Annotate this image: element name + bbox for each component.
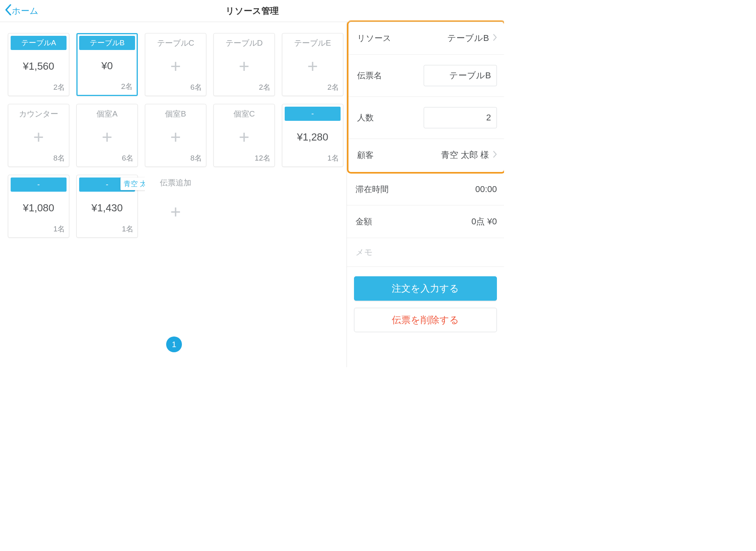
card-label: - xyxy=(285,107,341,121)
resource-card[interactable]: 個室A+6名 xyxy=(76,104,138,167)
memo-placeholder: メモ xyxy=(356,248,373,257)
plus-icon: + xyxy=(239,121,250,153)
card-label: テーブルB xyxy=(79,36,135,50)
page-title: リソース管理 xyxy=(226,5,279,17)
people-row: 人数 xyxy=(348,97,504,139)
card-count: 6名 xyxy=(122,153,137,166)
plus-icon: + xyxy=(33,121,44,153)
resource-card[interactable]: 個室B+8名 xyxy=(145,104,206,167)
card-label: 個室C xyxy=(216,107,272,121)
resource-card[interactable]: テーブルD+2名 xyxy=(213,33,275,96)
card-count: 1名 xyxy=(327,153,343,166)
slipname-input[interactable] xyxy=(424,65,497,86)
resource-label: リソース xyxy=(357,33,391,44)
resource-card[interactable]: テーブルE+2名 xyxy=(282,33,343,96)
resource-card[interactable]: テーブルB¥02名 xyxy=(76,33,138,96)
customer-row[interactable]: 顧客 青空 太郎 様 xyxy=(348,139,504,171)
resource-card[interactable]: テーブルA¥1,5602名 xyxy=(8,33,69,96)
pagination: 1 xyxy=(8,337,340,352)
plus-icon: + xyxy=(102,121,113,153)
card-count: 2名 xyxy=(259,82,274,96)
chevron-right-icon xyxy=(493,33,497,43)
slipname-row: 伝票名 xyxy=(348,55,504,97)
plus-icon: + xyxy=(170,121,181,153)
resource-card[interactable]: -¥1,4301名青空 太郎 xyxy=(76,175,138,238)
card-label: 個室A xyxy=(79,107,135,121)
card-label: テーブルE xyxy=(285,36,341,50)
plus-icon: + xyxy=(170,50,181,82)
card-label: テーブルD xyxy=(216,36,272,50)
resource-card[interactable]: -¥1,2801名 xyxy=(282,104,343,167)
highlighted-section: リソース テーブルB 伝票名 人数 顧 xyxy=(347,20,504,174)
delete-slip-label: 伝票を削除する xyxy=(392,314,459,326)
back-button[interactable]: ホーム xyxy=(5,4,39,18)
enter-order-button[interactable]: 注文を入力する xyxy=(354,276,497,301)
card-label: テーブルA xyxy=(11,36,67,50)
back-label: ホーム xyxy=(12,5,39,17)
plus-icon: + xyxy=(308,50,318,82)
resource-card[interactable]: -¥1,0801名 xyxy=(8,175,69,238)
card-count: 2名 xyxy=(53,82,69,96)
card-label: カウンター xyxy=(11,107,67,121)
resource-grid-area: テーブルA¥1,5602名テーブルB¥02名テーブルC+6名テーブルD+2名テー… xyxy=(0,22,346,367)
stay-label: 滞在時間 xyxy=(356,184,389,195)
card-count: 1名 xyxy=(122,224,137,237)
customer-label: 顧客 xyxy=(357,150,374,161)
card-count: 2名 xyxy=(327,82,343,96)
amount-value: 0点 ¥0 xyxy=(471,216,497,227)
card-count: 2名 xyxy=(121,81,137,95)
card-price: ¥1,560 xyxy=(23,50,54,82)
stay-row: 滞在時間 00:00 xyxy=(347,174,504,205)
detail-panel: リソース テーブルB 伝票名 人数 顧 xyxy=(346,22,504,367)
people-label: 人数 xyxy=(357,112,374,123)
card-price: ¥1,280 xyxy=(297,121,328,153)
chevron-left-icon xyxy=(5,4,12,18)
card-count: 12名 xyxy=(255,153,274,166)
card-price: ¥0 xyxy=(102,50,113,81)
card-price: ¥1,080 xyxy=(23,192,54,224)
header: ホーム リソース管理 xyxy=(0,0,504,22)
enter-order-label: 注文を入力する xyxy=(392,282,459,295)
resource-row[interactable]: リソース テーブルB xyxy=(348,22,504,55)
slipname-label: 伝票名 xyxy=(357,70,382,81)
people-input[interactable] xyxy=(424,107,497,128)
memo-field[interactable]: メモ xyxy=(347,238,504,267)
card-label: テーブルC xyxy=(148,36,204,50)
add-slip-card[interactable]: 伝票追加+ xyxy=(145,175,206,238)
card-count: 6名 xyxy=(190,82,206,96)
page-number: 1 xyxy=(172,340,176,349)
resource-value: テーブルB xyxy=(447,32,489,44)
card-label: - xyxy=(11,178,67,192)
stay-value: 00:00 xyxy=(475,184,497,194)
card-price: ¥1,430 xyxy=(91,192,123,224)
customer-value: 青空 太郎 様 xyxy=(441,149,489,161)
resource-card[interactable]: 個室C+12名 xyxy=(213,104,275,167)
plus-icon: + xyxy=(170,186,181,238)
resource-card[interactable]: テーブルC+6名 xyxy=(145,33,206,96)
card-count: 1名 xyxy=(53,224,69,237)
plus-icon: + xyxy=(239,50,250,82)
delete-slip-button[interactable]: 伝票を削除する xyxy=(354,308,497,332)
amount-label: 金額 xyxy=(356,216,372,227)
card-label: 個室B xyxy=(148,107,204,121)
resource-card[interactable]: カウンター+8名 xyxy=(8,104,69,167)
card-count: 8名 xyxy=(53,153,69,166)
card-count: 8名 xyxy=(190,153,206,166)
amount-row: 金額 0点 ¥0 xyxy=(347,205,504,238)
chevron-right-icon xyxy=(493,150,497,160)
page-button[interactable]: 1 xyxy=(166,337,182,352)
